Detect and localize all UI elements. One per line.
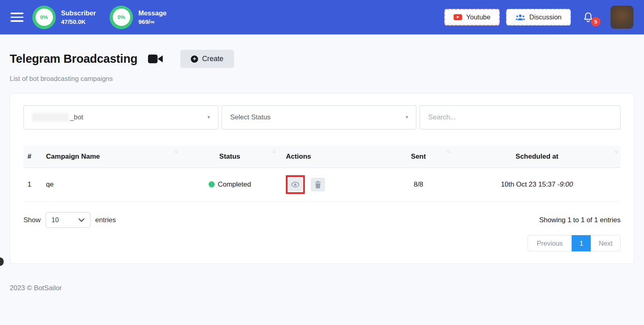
campaign-name-cell: qe xyxy=(42,168,181,202)
col-header-sent[interactable]: Sent ↑↓ xyxy=(384,146,454,168)
col-header-campaign-name[interactable]: Campaign Name ↑↓ xyxy=(42,146,181,168)
discussion-button[interactable]: Discussion xyxy=(506,9,571,25)
col-header-status[interactable]: Status ↑↓ xyxy=(180,146,279,168)
youtube-button-label: Youtube xyxy=(466,13,490,21)
status-cell: Completed xyxy=(180,168,279,202)
page-size-value: 10 xyxy=(52,217,59,224)
create-button[interactable]: Create xyxy=(180,50,234,68)
show-label: Show xyxy=(23,216,41,224)
plus-circle-icon xyxy=(191,55,198,63)
users-icon xyxy=(515,14,525,21)
showing-entries-text: Showing 1 to 1 of 1 entries xyxy=(539,216,621,224)
timezone-offset: -9:00 xyxy=(557,181,573,188)
avatar[interactable] xyxy=(610,6,633,29)
delete-campaign-button[interactable] xyxy=(311,178,325,191)
eye-icon xyxy=(291,181,300,188)
col-header-scheduled-at[interactable]: Scheduled at ↑↓ xyxy=(453,146,621,168)
message-value: 969/∞ xyxy=(138,18,167,25)
subscriber-percent: 0% xyxy=(36,8,53,26)
top-navbar: 0% Subscriber 47/50.0K 0% Message 969/∞ … xyxy=(0,0,644,34)
search-box xyxy=(420,105,621,130)
footer-copyright: 2023 © BotSailor xyxy=(10,284,62,292)
search-input[interactable] xyxy=(420,106,620,129)
page-size-select[interactable]: 10 xyxy=(46,212,91,228)
page-title: Telegram Broadcasting xyxy=(10,52,137,66)
sort-icon[interactable]: ↑↓ xyxy=(272,149,275,154)
video-tutorial-icon[interactable] xyxy=(148,53,163,64)
discussion-button-label: Discussion xyxy=(529,13,562,21)
trash-icon xyxy=(315,181,321,189)
message-percent: 0% xyxy=(113,8,130,26)
sent-cell: 8/8 xyxy=(384,168,454,202)
pagination: Previous 1 Next xyxy=(23,235,621,251)
message-progress-ring: 0% xyxy=(110,6,133,29)
create-button-label: Create xyxy=(202,55,224,63)
bot-select[interactable]: _bot ▼ xyxy=(23,105,218,130)
campaigns-table: # Campaign Name ↑↓ Status ↑↓ Actions Sen… xyxy=(23,146,621,202)
message-stat: 0% Message 969/∞ xyxy=(110,6,167,29)
sort-icon[interactable]: ↑↓ xyxy=(446,149,450,154)
previous-page-button[interactable]: Previous xyxy=(528,235,572,251)
sort-icon[interactable]: ↑↓ xyxy=(173,149,177,154)
caret-down-icon: ▼ xyxy=(405,115,409,119)
subscriber-progress-ring: 0% xyxy=(32,6,56,29)
bot-select-value: _bot xyxy=(70,113,83,121)
sort-icon[interactable]: ↑↓ xyxy=(614,149,617,154)
subscriber-label: Subscriber xyxy=(61,9,96,17)
table-row: 1 qe Completed xyxy=(23,168,621,202)
status-select-value: Select Status xyxy=(230,113,270,121)
chevron-down-icon xyxy=(78,218,84,222)
message-label: Message xyxy=(138,9,167,17)
caret-down-icon: ▼ xyxy=(207,115,211,119)
page-subtitle: List of bot broadcasting campaigns xyxy=(10,75,634,83)
actions-cell xyxy=(279,168,383,202)
hamburger-menu-icon[interactable] xyxy=(11,13,23,22)
campaigns-card: _bot ▼ Select Status ▼ # Campaign Name xyxy=(10,93,634,264)
next-page-button[interactable]: Next xyxy=(591,235,621,251)
notification-count-badge: 5 xyxy=(591,17,600,26)
youtube-button[interactable]: Youtube xyxy=(444,9,500,25)
col-header-actions: Actions xyxy=(279,146,383,168)
status-completed-dot-icon xyxy=(209,181,215,187)
status-select[interactable]: Select Status ▼ xyxy=(222,105,416,130)
view-campaign-button[interactable] xyxy=(288,178,302,191)
table-header-row: # Campaign Name ↑↓ Status ↑↓ Actions Sen… xyxy=(23,146,621,168)
youtube-icon xyxy=(454,14,462,20)
page-1-button[interactable]: 1 xyxy=(572,235,591,251)
red-highlight-annotation xyxy=(286,175,305,194)
row-index: 1 xyxy=(23,168,42,202)
notifications-button[interactable]: 5 xyxy=(582,11,594,24)
redacted-bot-name xyxy=(32,113,69,122)
col-header-index: # xyxy=(23,146,42,168)
scheduled-at-cell: 10th Oct 23 15:37 -9:00 xyxy=(453,168,621,202)
subscriber-stat: 0% Subscriber 47/50.0K xyxy=(32,6,96,29)
entries-label: entries xyxy=(95,216,116,224)
subscriber-value: 47/50.0K xyxy=(61,18,96,25)
